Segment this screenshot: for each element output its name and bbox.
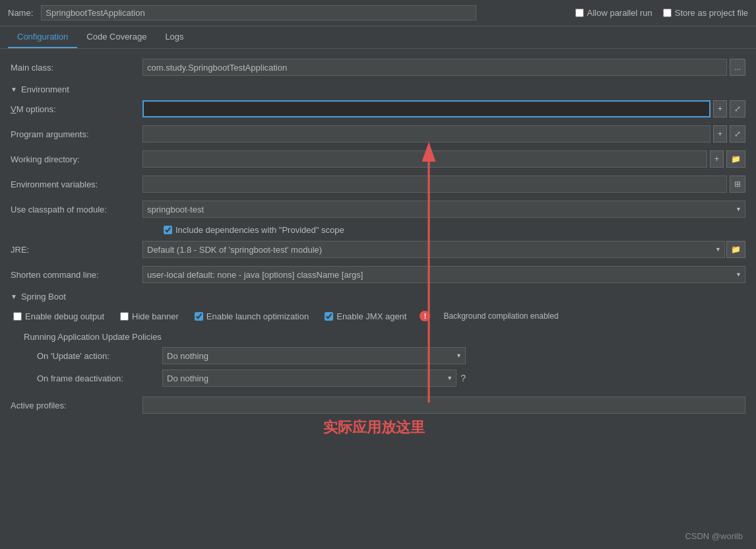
- vm-options-label: VM options:: [11, 104, 142, 114]
- tabs-bar: Configuration Code Coverage Logs: [0, 26, 756, 49]
- frame-deactivation-help-icon[interactable]: ?: [460, 373, 466, 383]
- hide-banner-label[interactable]: Hide banner: [120, 311, 179, 321]
- vm-options-expand-button[interactable]: +: [713, 100, 727, 117]
- working-dir-label: Working directory:: [11, 154, 142, 164]
- store-project-checkbox-label[interactable]: Store as project file: [663, 8, 748, 18]
- name-label: Name:: [8, 8, 33, 18]
- spring-boot-arrow-icon: ▼: [11, 293, 17, 300]
- active-profiles-row: Active profiles:: [11, 396, 745, 414]
- enable-debug-label[interactable]: Enable debug output: [13, 311, 104, 321]
- environment-arrow-icon: ▼: [11, 86, 17, 93]
- frame-deactivation-row: On frame deactivation: Do nothing ?: [11, 370, 745, 387]
- update-action-label: On 'Update' action:: [37, 351, 162, 361]
- enable-launch-checkbox[interactable]: [195, 312, 203, 321]
- environment-label: Environment: [21, 84, 69, 94]
- spring-boot-section-header[interactable]: ▼ Spring Boot: [11, 292, 745, 302]
- enable-jmx-label[interactable]: Enable JMX agent: [325, 311, 406, 321]
- jre-row: JRE: Default (1.8 - SDK of 'springboot-t…: [11, 240, 745, 259]
- vm-options-fullscreen-button[interactable]: ⤢: [730, 100, 745, 117]
- working-dir-add-button[interactable]: +: [710, 150, 724, 168]
- running-policies-section: Running Application Update Policies On '…: [11, 332, 745, 387]
- spring-boot-label: Spring Boot: [21, 292, 66, 302]
- enable-jmx-checkbox[interactable]: [325, 312, 333, 321]
- jre-field: Default (1.8 - SDK of 'springboot-test' …: [142, 241, 745, 258]
- bg-compilation-icon[interactable]: !: [420, 311, 430, 321]
- vm-options-field: + ⤢: [142, 100, 745, 117]
- enable-debug-checkbox[interactable]: [13, 312, 22, 321]
- update-action-row: On 'Update' action: Do nothing: [11, 347, 745, 364]
- tab-configuration[interactable]: Configuration: [8, 26, 77, 48]
- env-vars-field: ⊞: [142, 176, 745, 193]
- active-profiles-field: [142, 397, 745, 414]
- spring-boot-section: ▼ Spring Boot Enable debug output Hide b…: [11, 292, 745, 387]
- enable-debug-text: Enable debug output: [25, 311, 104, 321]
- bg-compilation-text: Background compilation enabled: [443, 311, 558, 321]
- environment-section-header[interactable]: ▼ Environment: [11, 84, 745, 94]
- classpath-field: springboot-test: [142, 201, 745, 218]
- frame-deactivation-label: On frame deactivation:: [37, 373, 162, 383]
- update-action-select[interactable]: Do nothing: [162, 347, 466, 364]
- shorten-cmd-field: user-local default: none - java [options…: [142, 266, 745, 283]
- include-deps-label: Include dependencies with "Provided" sco…: [175, 225, 344, 235]
- program-args-row: Program arguments: + ⤢: [11, 125, 745, 143]
- env-vars-browse-button[interactable]: ⊞: [730, 176, 745, 193]
- main-class-label: Main class:: [11, 63, 142, 73]
- shorten-cmd-label: Shorten command line:: [11, 270, 142, 280]
- include-deps-row: Include dependencies with "Provided" sco…: [11, 225, 745, 235]
- watermark: CSDN @worilb: [685, 531, 743, 541]
- allow-parallel-checkbox[interactable]: [575, 9, 584, 17]
- classpath-row: Use classpath of module: springboot-test: [11, 200, 745, 218]
- allow-parallel-label: Allow parallel run: [587, 8, 652, 18]
- program-args-fullscreen-button[interactable]: ⤢: [730, 125, 745, 143]
- active-profiles-label: Active profiles:: [11, 401, 142, 410]
- spring-boot-options: Enable debug output Hide banner Enable l…: [11, 307, 745, 325]
- program-args-label: Program arguments:: [11, 129, 142, 139]
- tab-code-coverage[interactable]: Code Coverage: [77, 26, 156, 48]
- main-class-browse-button[interactable]: ...: [730, 59, 745, 76]
- env-vars-label: Environment variables:: [11, 179, 142, 189]
- hide-banner-text: Hide banner: [132, 311, 179, 321]
- classpath-label: Use classpath of module:: [11, 205, 142, 214]
- working-dir-input[interactable]: [142, 150, 707, 168]
- working-dir-field: + 📁: [142, 150, 745, 168]
- store-project-checkbox[interactable]: [663, 9, 672, 17]
- enable-jmx-text: Enable JMX agent: [336, 311, 406, 321]
- shorten-cmd-select[interactable]: user-local default: none - java [options…: [142, 266, 745, 283]
- vm-options-row: VM options: + ⤢: [11, 100, 745, 118]
- program-args-expand-button[interactable]: +: [713, 125, 727, 143]
- jre-browse-button[interactable]: 📁: [726, 241, 745, 258]
- include-deps-checkbox[interactable]: [164, 226, 172, 234]
- program-args-input[interactable]: [142, 125, 710, 143]
- update-action-field: Do nothing: [162, 347, 466, 364]
- classpath-select[interactable]: springboot-test: [142, 201, 745, 218]
- content-area: Main class: ... ▼ Environment VM options…: [0, 49, 756, 430]
- env-vars-input[interactable]: [142, 176, 727, 193]
- vm-options-input[interactable]: [142, 100, 710, 117]
- frame-deactivation-select[interactable]: Do nothing: [162, 370, 457, 387]
- hide-banner-checkbox[interactable]: [120, 312, 129, 321]
- active-profiles-input[interactable]: [142, 397, 745, 414]
- allow-parallel-checkbox-label[interactable]: Allow parallel run: [575, 8, 652, 18]
- jre-label: JRE:: [11, 245, 142, 255]
- env-vars-row: Environment variables: ⊞: [11, 175, 745, 193]
- program-args-field: + ⤢: [142, 125, 745, 143]
- shorten-cmd-row: Shorten command line: user-local default…: [11, 265, 745, 284]
- enable-launch-text: Enable launch optimization: [206, 311, 309, 321]
- main-class-input[interactable]: [142, 59, 727, 76]
- header: Name: Allow parallel run Store as projec…: [0, 0, 756, 26]
- frame-deactivation-field: Do nothing ?: [162, 370, 466, 387]
- jre-select[interactable]: Default (1.8 - SDK of 'springboot-test' …: [142, 241, 725, 258]
- enable-launch-label[interactable]: Enable launch optimization: [195, 311, 309, 321]
- working-dir-browse-button[interactable]: 📁: [726, 150, 745, 168]
- name-input[interactable]: [41, 5, 476, 20]
- tab-logs[interactable]: Logs: [156, 26, 193, 48]
- working-dir-row: Working directory: + 📁: [11, 150, 745, 168]
- store-project-label: Store as project file: [675, 8, 748, 18]
- include-deps-checkbox-label[interactable]: Include dependencies with "Provided" sco…: [164, 225, 344, 235]
- main-class-row: Main class: ...: [11, 58, 745, 77]
- main-class-field: ...: [142, 59, 745, 76]
- header-checkboxes: Allow parallel run Store as project file: [575, 8, 748, 18]
- running-policies-title: Running Application Update Policies: [11, 332, 745, 342]
